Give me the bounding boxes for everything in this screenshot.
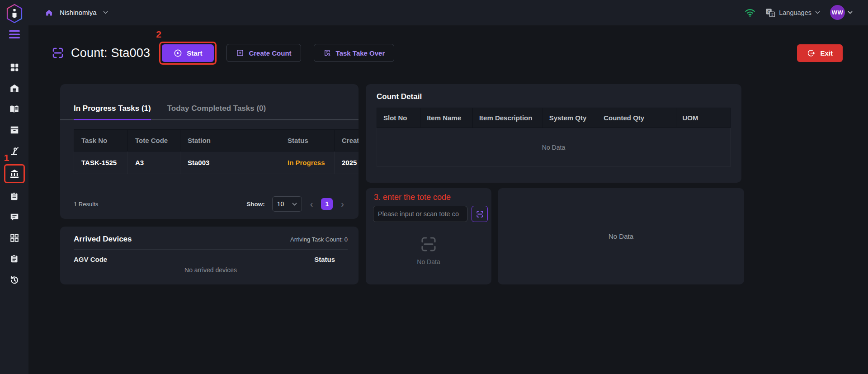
right-column: Count Detail Slot No Item Name Item Desc…: [366, 84, 744, 284]
history-clock-icon: [9, 275, 19, 285]
sidebar-item-apps[interactable]: [9, 233, 19, 243]
start-button[interactable]: Start: [162, 44, 214, 62]
play-circle-icon: [174, 49, 182, 57]
page-number-button[interactable]: 1: [321, 198, 333, 210]
arrived-devices-columns: AGV Code Status: [74, 256, 348, 263]
next-page-button[interactable]: ›: [340, 199, 345, 208]
arrived-devices-empty: No arrived devices: [74, 266, 348, 274]
robot-arm-icon: [9, 146, 19, 156]
bank-icon: [9, 168, 20, 179]
hamburger-icon: [9, 30, 20, 39]
logout-icon: [807, 49, 816, 57]
detail-empty-label: No Data: [609, 232, 633, 240]
cell-tote-code: A3: [128, 151, 180, 174]
languages-label: Languages: [779, 9, 811, 16]
arriving-task-count: Arriving Task Count: 0: [290, 236, 348, 243]
page-size-value: 10: [277, 200, 284, 208]
home-icon: [45, 9, 53, 17]
cell-status: In Progress: [280, 151, 335, 174]
scan-frame-icon: [476, 210, 484, 218]
clipboard-icon: [9, 191, 19, 201]
tasks-panel: In Progress Tasks (1) Today Completed Ta…: [60, 84, 359, 219]
results-count: 1 Results: [74, 201, 98, 208]
annotation-step1: 1: [4, 152, 9, 163]
wifi-icon: [745, 8, 755, 17]
tab-in-progress-tasks[interactable]: In Progress Tasks (1): [74, 104, 151, 120]
col-agv-code: AGV Code: [74, 256, 107, 263]
task-take-over-button[interactable]: Task Take Over: [314, 44, 395, 62]
scan-frame-icon: [419, 235, 438, 254]
topbar: Nishinomiya G 文 Language: [28, 0, 868, 25]
page-header: Count: Sta003 2 Start Create Count: [51, 41, 843, 65]
pagination-controls: Show: 10 ‹ 1 ›: [246, 196, 345, 212]
sidebar-nav: 1: [4, 57, 25, 290]
start-label: Start: [187, 49, 202, 57]
tote-code-input[interactable]: [373, 206, 467, 222]
annotation-box-2: 2 Start: [159, 42, 217, 65]
cell-station: Sta003: [180, 151, 280, 174]
svg-text:文: 文: [771, 12, 774, 16]
page-title: Count: Sta003: [71, 46, 150, 60]
content-grid: In Progress Tasks (1) Today Completed Ta…: [60, 84, 868, 284]
scan-frame-icon: [51, 46, 65, 60]
sidebar: 1: [0, 0, 28, 374]
arrived-devices-title: Arrived Devices: [74, 235, 132, 244]
sidebar-item-count-station[interactable]: [9, 168, 20, 179]
tote-scan-panel: 3. enter the tote code: [366, 188, 491, 284]
annotation-step2: 2: [156, 29, 161, 40]
sidebar-item-inventory[interactable]: [9, 125, 19, 135]
col-status: Status: [280, 130, 335, 151]
site-selector[interactable]: Nishinomiya: [45, 9, 108, 17]
chevron-down-icon: [848, 11, 853, 14]
create-count-label: Create Count: [249, 49, 291, 57]
col-system-qty: System Qty: [542, 108, 597, 128]
hexagon-logo-icon: [5, 4, 24, 24]
detail-empty-panel: No Data: [498, 188, 744, 284]
prev-page-button[interactable]: ‹: [309, 199, 314, 208]
menu-toggle-button[interactable]: [9, 30, 20, 41]
cell-task-no: TASK-1525: [74, 151, 128, 174]
page-title-group: Count: Sta003: [51, 46, 150, 60]
col-tote-code: Tote Code: [128, 130, 180, 151]
main-area: Nishinomiya G 文 Language: [28, 0, 868, 374]
sidebar-item-robot-tasks[interactable]: [9, 146, 19, 156]
lower-row: 3. enter the tote code: [366, 188, 744, 284]
count-detail-title: Count Detail: [377, 92, 731, 101]
tasks-table: Task No Tote Code Station Status Creat T…: [74, 129, 359, 174]
sidebar-item-dashboard[interactable]: [9, 62, 19, 72]
app-logo[interactable]: [5, 4, 24, 25]
chevron-down-icon: [103, 11, 108, 14]
sidebar-item-tasks[interactable]: [9, 191, 19, 201]
user-menu[interactable]: WW: [830, 5, 853, 20]
tab-today-completed-tasks[interactable]: Today Completed Tasks (0): [167, 104, 266, 120]
sidebar-item-warehouse[interactable]: [9, 83, 19, 93]
pagination: 1 Results Show: 10 ‹ 1 ›: [74, 196, 345, 212]
page-size-select[interactable]: 10: [272, 196, 302, 212]
annotation-step3: 3. enter the tote code: [374, 193, 484, 202]
languages-menu[interactable]: G 文 Languages: [765, 8, 820, 17]
col-counted-qty: Counted Qty: [597, 108, 676, 128]
exit-label: Exit: [820, 49, 833, 57]
plus-square-icon: [236, 49, 244, 57]
site-name: Nishinomiya: [60, 9, 97, 16]
task-take-over-label: Task Take Over: [336, 49, 385, 57]
dashboard-icon: [9, 62, 19, 72]
exit-button[interactable]: Exit: [797, 44, 843, 62]
count-detail-panel: Count Detail Slot No Item Name Item Desc…: [366, 84, 741, 183]
clipboard-list-icon: [9, 254, 19, 264]
annotation-box-1: 1: [4, 164, 25, 183]
arrived-devices-panel: Arrived Devices Arriving Task Count: 0 A…: [60, 227, 359, 284]
scan-tote-button[interactable]: [472, 206, 488, 222]
create-count-button[interactable]: Create Count: [226, 44, 301, 62]
count-detail-header: Slot No Item Name Item Description Syste…: [377, 108, 731, 128]
tasks-tabs: In Progress Tasks (1) Today Completed Ta…: [60, 84, 359, 120]
sidebar-item-catalog[interactable]: [9, 104, 19, 114]
sidebar-item-reports[interactable]: [9, 254, 19, 264]
sidebar-item-history[interactable]: [9, 275, 19, 285]
table-row[interactable]: TASK-1525 A3 Sta003 In Progress 2025: [74, 151, 359, 174]
col-station: Station: [180, 130, 280, 151]
count-detail-empty: No Data: [377, 128, 731, 167]
sidebar-item-messages[interactable]: [9, 212, 19, 222]
tote-empty-state: No Data: [373, 222, 484, 278]
arrived-devices-header: Arrived Devices Arriving Task Count: 0: [74, 235, 348, 250]
